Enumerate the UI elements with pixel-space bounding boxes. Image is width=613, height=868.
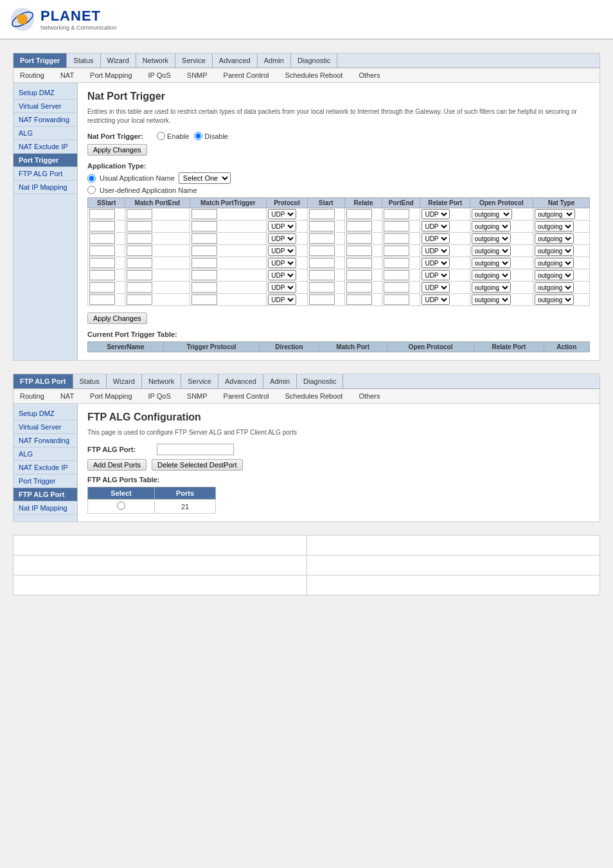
ftp-sub-tab-routing[interactable]: Routing — [17, 391, 48, 401]
ftp-alg-main: FTP ALG Configuration This page is used … — [78, 404, 600, 521]
delete-selected-button[interactable]: Delete Selected DestPort — [152, 459, 243, 471]
sstart-input-1[interactable] — [89, 209, 115, 219]
enable-radio[interactable] — [157, 132, 165, 140]
sub-tab-snmp[interactable]: SNMP — [184, 70, 211, 80]
open-protocol-select-2[interactable]: UDP — [422, 221, 450, 231]
port-trigger-sub-nav: Routing NAT Port Mapping IP QoS SNMP Par… — [13, 68, 600, 83]
tab-port-trigger[interactable]: Port Trigger — [13, 53, 67, 68]
tab-admin[interactable]: Admin — [258, 53, 291, 68]
ftp-sidebar-nat-forwarding[interactable]: NAT Forwarding — [13, 434, 77, 448]
ftp-alg-ports-table-section: FTP ALG Ports Table: Select Ports — [87, 476, 590, 514]
cth-action: Action — [544, 342, 589, 352]
ftp-sub-tab-snmp[interactable]: SNMP — [184, 391, 211, 401]
trigger-table: SStart Match PortEnd Match PortTrigger P… — [87, 197, 590, 306]
port-trigger-sidebar: Setup DMZ Virtual Server NAT Forwarding … — [13, 83, 78, 360]
sidebar-item-nat-ip-mapping[interactable]: Nat IP Mapping — [13, 181, 77, 194]
ftp-alg-sub-nav: Routing NAT Port Mapping IP QoS SNMP Par… — [13, 389, 600, 404]
ftp-alg-page-title: FTP ALG Configuration — [87, 411, 590, 423]
apply-changes-button-1[interactable]: Apply Changes — [87, 144, 147, 156]
ftp-sidebar-ftp-alg-port[interactable]: FTP ALG Port — [13, 488, 77, 502]
ftp-tab-active[interactable]: FTP ALG Port — [13, 374, 73, 388]
sub-tab-parent-control[interactable]: Parent Control — [220, 70, 272, 80]
ftp-sidebar-setup-dmz[interactable]: Setup DMZ — [13, 407, 77, 420]
match-portend-input-2[interactable] — [127, 221, 152, 231]
ftp-tab-advanced[interactable]: Advanced — [218, 374, 263, 388]
empty-cell-3-2 — [307, 575, 600, 595]
open-protocol-select-1[interactable]: UDPTCPBoth — [422, 209, 450, 219]
portend-input-1[interactable] — [384, 209, 409, 219]
sub-tab-others[interactable]: Others — [355, 70, 383, 80]
tab-wizard[interactable]: Wizard — [101, 53, 136, 68]
apply-changes-button-2[interactable]: Apply Changes — [87, 312, 147, 324]
ftp-tab-status[interactable]: Status — [73, 374, 107, 388]
tab-status[interactable]: Status — [67, 53, 100, 68]
usual-app-radio[interactable] — [87, 174, 96, 183]
sidebar-item-ftp-alg-port[interactable]: FTP ALG Port — [13, 167, 77, 181]
direction-select-1[interactable]: outgoingincoming — [472, 209, 512, 219]
ftp-alg-port-input[interactable] — [157, 444, 234, 455]
match-porttrigger-input-2[interactable] — [191, 221, 217, 231]
ftp-sub-tab-schedules-reboot[interactable]: Schedules Reboot — [282, 391, 346, 401]
nat-type-select-2[interactable]: outgoing — [535, 221, 574, 231]
ftp-th-ports: Ports — [155, 487, 216, 500]
current-port-trigger-table: ServerName Trigger Protocol Direction Ma… — [87, 341, 590, 352]
table-row: UDP UDP outgoing outgoing — [88, 294, 590, 306]
sub-tab-nat[interactable]: NAT — [57, 70, 77, 80]
ftp-tab-network[interactable]: Network — [142, 374, 181, 388]
tab-service[interactable]: Service — [175, 53, 213, 68]
tab-advanced[interactable]: Advanced — [213, 53, 258, 68]
ftp-sidebar-nat-ip-mapping[interactable]: Nat IP Mapping — [13, 502, 77, 515]
direction-select-2[interactable]: outgoing — [472, 221, 511, 231]
ftp-sidebar-alg[interactable]: ALG — [13, 448, 77, 461]
sub-tab-port-mapping[interactable]: Port Mapping — [87, 70, 135, 80]
sidebar-item-virtual-server[interactable]: Virtual Server — [13, 100, 77, 113]
empty-cell-2-2 — [307, 556, 600, 575]
ftp-sidebar-nat-exclude-ip[interactable]: NAT Exclude IP — [13, 461, 77, 475]
usual-app-row: Usual Application Name Select One — [87, 172, 590, 184]
sidebar-item-nat-exclude-ip[interactable]: NAT Exclude IP — [13, 140, 77, 154]
sub-tab-routing[interactable]: Routing — [17, 70, 48, 80]
port-trigger-page-title: Nat Port Trigger — [87, 91, 590, 102]
ftp-sub-tab-others[interactable]: Others — [355, 391, 383, 401]
empty-cell-2-1 — [13, 556, 307, 575]
ftp-sub-tab-port-mapping[interactable]: Port Mapping — [87, 391, 135, 401]
ftp-th-select: Select — [88, 487, 155, 500]
ftp-tab-wizard[interactable]: Wizard — [107, 374, 142, 388]
sidebar-item-setup-dmz[interactable]: Setup DMZ — [13, 86, 77, 100]
ftp-tab-service[interactable]: Service — [181, 374, 218, 388]
ftp-tab-diagnostic[interactable]: Diagnostic — [297, 374, 343, 388]
relate-input-1[interactable] — [346, 209, 372, 219]
disable-radio[interactable] — [194, 132, 202, 140]
enable-text: Enable — [167, 132, 189, 140]
user-defined-radio[interactable] — [87, 186, 96, 194]
cth-relate-port: Relate Port — [474, 342, 544, 352]
ftp-tab-admin[interactable]: Admin — [263, 374, 297, 388]
ftp-alg-port-label: FTP ALG Port: — [87, 446, 152, 453]
match-portend-input-1[interactable] — [127, 209, 152, 219]
match-porttrigger-input-1[interactable] — [191, 209, 217, 219]
disable-radio-label[interactable]: Disable — [194, 132, 228, 140]
sub-tab-schedules-reboot[interactable]: Schedules Reboot — [282, 70, 346, 80]
ftp-alg-port-row: FTP ALG Port: — [87, 444, 590, 455]
ftp-sidebar-port-trigger[interactable]: Port Trigger — [13, 475, 77, 488]
ftp-sub-tab-ipqos[interactable]: IP QoS — [145, 391, 174, 401]
ftp-sidebar-virtual-server[interactable]: Virtual Server — [13, 420, 77, 434]
ftp-sub-tab-parent-control[interactable]: Parent Control — [220, 391, 272, 401]
sidebar-item-nat-forwarding[interactable]: NAT Forwarding — [13, 113, 77, 127]
enable-radio-label[interactable]: Enable — [157, 132, 189, 140]
sidebar-item-port-trigger[interactable]: Port Trigger — [13, 154, 77, 167]
protocol-select-2[interactable]: UDPTCP — [268, 221, 296, 231]
protocol-select-1[interactable]: UDPTCPBoth — [268, 209, 296, 219]
sub-tab-ipqos[interactable]: IP QoS — [145, 70, 174, 80]
tab-diagnostic[interactable]: Diagnostic — [291, 53, 337, 68]
add-dest-ports-button[interactable]: Add Dest Ports — [87, 459, 147, 471]
ftp-alg-content-wrapper: Setup DMZ Virtual Server NAT Forwarding … — [13, 404, 600, 521]
tab-network[interactable]: Network — [136, 53, 175, 68]
start-input-1[interactable] — [309, 209, 335, 219]
ftp-row-radio-1[interactable] — [117, 502, 125, 510]
sidebar-item-alg[interactable]: ALG — [13, 127, 77, 140]
sstart-input-2[interactable] — [89, 221, 115, 231]
nat-type-select-1[interactable]: outgoingincoming — [535, 209, 575, 219]
ftp-sub-tab-nat[interactable]: NAT — [57, 391, 77, 401]
app-name-select[interactable]: Select One — [179, 172, 231, 184]
